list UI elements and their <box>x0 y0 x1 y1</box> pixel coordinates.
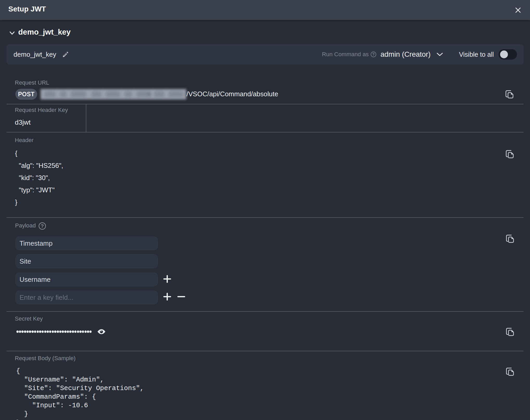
svg-text:?: ? <box>372 52 375 56</box>
svg-text:?: ? <box>41 223 44 229</box>
